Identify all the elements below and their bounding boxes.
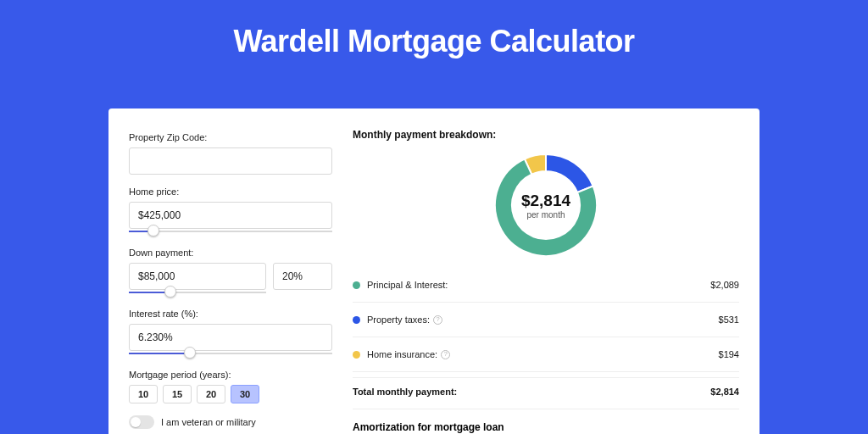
total-value: $2,814 (710, 387, 739, 397)
donut-value: $2,814 (521, 192, 570, 210)
legend: Principal & Interest:$2,089Property taxe… (353, 273, 739, 366)
period-button-20[interactable]: 20 (197, 385, 225, 403)
period-button-10[interactable]: 10 (129, 385, 158, 403)
rate-input[interactable] (129, 324, 332, 351)
amortization-section: Amortization for mortgage loan Amortizat… (353, 409, 739, 434)
breakdown-column: Monthly payment breakdown: $2,814 per mo… (353, 129, 739, 434)
legend-dot (353, 351, 360, 359)
inputs-column: Property Zip Code: Home price: Down paym… (129, 129, 332, 434)
help-icon[interactable]: ? (441, 350, 450, 359)
rate-slider-thumb[interactable] (184, 347, 196, 359)
donut-sub: per month (521, 210, 570, 220)
legend-value: $531 (719, 314, 739, 325)
legend-value: $2,089 (710, 280, 739, 290)
total-label: Total monthly payment: (353, 387, 457, 397)
divider (353, 337, 739, 337)
period-button-15[interactable]: 15 (163, 385, 192, 403)
down-amount-input[interactable] (129, 263, 266, 290)
legend-dot (353, 316, 360, 324)
down-label: Down payment: (129, 248, 332, 258)
breakdown-donut: $2,814 per month (353, 151, 739, 259)
price-input[interactable] (129, 202, 332, 229)
divider (353, 371, 739, 372)
period-buttons: 10152030 (129, 385, 332, 403)
rate-label: Interest rate (%): (129, 309, 332, 319)
breakdown-title: Monthly payment breakdown: (353, 129, 739, 141)
down-percent-input[interactable] (273, 263, 332, 290)
down-slider-thumb[interactable] (164, 286, 176, 298)
legend-label: Principal & Interest: (367, 280, 448, 290)
down-slider[interactable] (129, 288, 266, 297)
period-label: Mortgage period (years): (129, 370, 332, 380)
legend-row: Principal & Interest:$2,089 (353, 273, 739, 297)
zip-label: Property Zip Code: (129, 132, 332, 142)
divider (353, 302, 739, 303)
amort-title: Amortization for mortgage loan (353, 421, 739, 433)
legend-label: Property taxes:? (367, 314, 442, 325)
price-slider[interactable] (129, 227, 332, 236)
legend-row: Property taxes:?$531 (353, 308, 739, 331)
legend-label: Home insurance:? (367, 349, 450, 359)
calculator-card: Property Zip Code: Home price: Down paym… (108, 108, 760, 434)
legend-row: Home insurance:?$194 (353, 342, 739, 366)
price-label: Home price: (129, 186, 332, 197)
page-title: Wardell Mortgage Calculator (0, 0, 868, 59)
help-icon[interactable]: ? (433, 315, 442, 325)
zip-input[interactable] (129, 147, 332, 175)
period-button-30[interactable]: 30 (231, 385, 259, 403)
rate-slider[interactable] (129, 349, 332, 358)
legend-value: $194 (719, 349, 739, 359)
legend-dot (353, 281, 360, 289)
veteran-label: I am veteran or military (161, 417, 256, 427)
price-slider-thumb[interactable] (147, 225, 159, 236)
veteran-toggle[interactable] (129, 415, 154, 429)
